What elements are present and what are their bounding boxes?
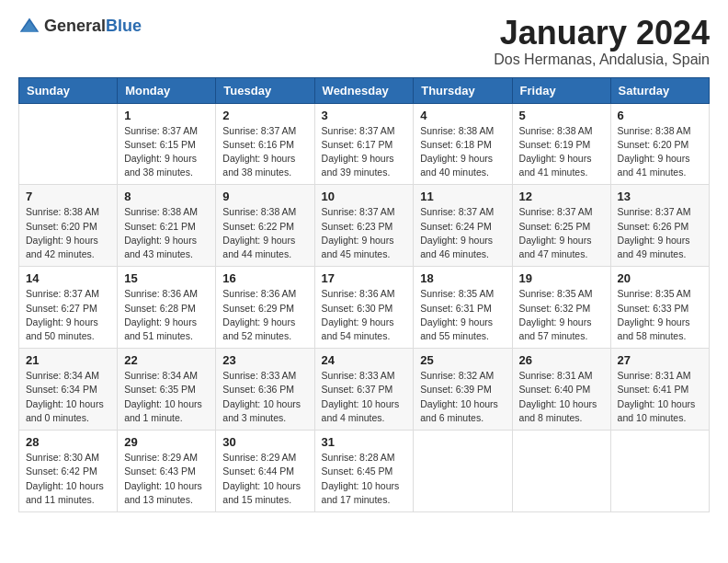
calendar-cell: 28Sunrise: 8:30 AMSunset: 6:42 PMDayligh… bbox=[19, 431, 118, 512]
day-number: 12 bbox=[519, 190, 604, 203]
calendar-cell: 29Sunrise: 8:29 AMSunset: 6:43 PMDayligh… bbox=[118, 431, 216, 512]
day-detail: Sunrise: 8:38 AMSunset: 6:20 PMDaylight:… bbox=[618, 124, 702, 180]
calendar-table: SundayMondayTuesdayWednesdayThursdayFrid… bbox=[18, 77, 710, 512]
calendar-cell: 26Sunrise: 8:31 AMSunset: 6:40 PMDayligh… bbox=[512, 349, 610, 431]
day-detail: Sunrise: 8:37 AMSunset: 6:15 PMDaylight:… bbox=[124, 124, 209, 180]
calendar-cell: 5Sunrise: 8:38 AMSunset: 6:19 PMDaylight… bbox=[512, 103, 610, 185]
weekday-header-saturday: Saturday bbox=[610, 77, 709, 103]
calendar-cell: 3Sunrise: 8:37 AMSunset: 6:17 PMDaylight… bbox=[314, 103, 414, 185]
calendar-cell: 16Sunrise: 8:36 AMSunset: 6:29 PMDayligh… bbox=[216, 267, 314, 349]
calendar-cell: 19Sunrise: 8:35 AMSunset: 6:32 PMDayligh… bbox=[512, 267, 610, 349]
day-number: 30 bbox=[222, 435, 307, 449]
day-detail: Sunrise: 8:36 AMSunset: 6:30 PMDaylight:… bbox=[322, 287, 407, 343]
day-detail: Sunrise: 8:32 AMSunset: 6:39 PMDaylight:… bbox=[420, 369, 505, 425]
day-detail: Sunrise: 8:37 AMSunset: 6:16 PMDaylight:… bbox=[222, 124, 307, 180]
calendar-cell: 30Sunrise: 8:29 AMSunset: 6:44 PMDayligh… bbox=[216, 431, 314, 512]
calendar-cell: 4Sunrise: 8:38 AMSunset: 6:18 PMDaylight… bbox=[414, 103, 512, 185]
day-number: 11 bbox=[420, 190, 505, 203]
calendar-cell: 15Sunrise: 8:36 AMSunset: 6:28 PMDayligh… bbox=[118, 267, 216, 349]
day-number: 7 bbox=[26, 190, 110, 203]
day-detail: Sunrise: 8:30 AMSunset: 6:42 PMDaylight:… bbox=[26, 451, 110, 507]
calendar-cell: 2Sunrise: 8:37 AMSunset: 6:16 PMDaylight… bbox=[216, 103, 314, 185]
week-row-2: 7Sunrise: 8:38 AMSunset: 6:20 PMDaylight… bbox=[19, 185, 710, 267]
calendar-cell: 9Sunrise: 8:38 AMSunset: 6:22 PMDaylight… bbox=[216, 185, 314, 267]
calendar-cell: 17Sunrise: 8:36 AMSunset: 6:30 PMDayligh… bbox=[314, 267, 414, 349]
calendar-cell: 12Sunrise: 8:37 AMSunset: 6:25 PMDayligh… bbox=[512, 185, 610, 267]
calendar-cell: 24Sunrise: 8:33 AMSunset: 6:37 PMDayligh… bbox=[314, 349, 414, 431]
day-detail: Sunrise: 8:35 AMSunset: 6:31 PMDaylight:… bbox=[420, 287, 505, 343]
day-detail: Sunrise: 8:38 AMSunset: 6:20 PMDaylight:… bbox=[26, 205, 110, 261]
day-detail: Sunrise: 8:33 AMSunset: 6:37 PMDaylight:… bbox=[322, 369, 407, 425]
day-detail: Sunrise: 8:37 AMSunset: 6:23 PMDaylight:… bbox=[322, 205, 407, 261]
day-number: 4 bbox=[420, 109, 505, 122]
day-number: 25 bbox=[420, 353, 505, 367]
day-number: 27 bbox=[618, 353, 702, 367]
day-number: 23 bbox=[222, 353, 307, 367]
day-detail: Sunrise: 8:37 AMSunset: 6:17 PMDaylight:… bbox=[322, 124, 407, 180]
day-number: 26 bbox=[519, 353, 604, 367]
calendar-cell: 7Sunrise: 8:38 AMSunset: 6:20 PMDaylight… bbox=[19, 185, 118, 267]
calendar-cell: 25Sunrise: 8:32 AMSunset: 6:39 PMDayligh… bbox=[414, 349, 512, 431]
calendar-cell: 31Sunrise: 8:28 AMSunset: 6:45 PMDayligh… bbox=[314, 431, 414, 512]
day-detail: Sunrise: 8:34 AMSunset: 6:35 PMDaylight:… bbox=[124, 369, 209, 425]
day-number: 15 bbox=[124, 271, 209, 285]
calendar-cell: 27Sunrise: 8:31 AMSunset: 6:41 PMDayligh… bbox=[610, 349, 709, 431]
week-row-1: 1Sunrise: 8:37 AMSunset: 6:15 PMDaylight… bbox=[19, 103, 710, 185]
weekday-header-tuesday: Tuesday bbox=[216, 77, 314, 103]
day-number: 16 bbox=[222, 271, 307, 285]
calendar-cell: 20Sunrise: 8:35 AMSunset: 6:33 PMDayligh… bbox=[610, 267, 709, 349]
day-number: 13 bbox=[618, 190, 702, 203]
calendar-cell: 8Sunrise: 8:38 AMSunset: 6:21 PMDaylight… bbox=[118, 185, 216, 267]
day-number: 19 bbox=[519, 271, 604, 285]
calendar-cell: 22Sunrise: 8:34 AMSunset: 6:35 PMDayligh… bbox=[118, 349, 216, 431]
day-detail: Sunrise: 8:29 AMSunset: 6:44 PMDaylight:… bbox=[222, 451, 307, 507]
logo-text-blue: Blue bbox=[106, 17, 142, 35]
day-number: 9 bbox=[222, 190, 307, 203]
day-number: 29 bbox=[124, 435, 209, 449]
day-number: 5 bbox=[519, 109, 604, 122]
page-header: GeneralBlue January 2024 Dos Hermanas, A… bbox=[18, 15, 710, 68]
day-number: 8 bbox=[124, 190, 209, 203]
calendar-cell: 23Sunrise: 8:33 AMSunset: 6:36 PMDayligh… bbox=[216, 349, 314, 431]
calendar-cell: 6Sunrise: 8:38 AMSunset: 6:20 PMDaylight… bbox=[610, 103, 709, 185]
week-row-4: 21Sunrise: 8:34 AMSunset: 6:34 PMDayligh… bbox=[19, 349, 710, 431]
day-detail: Sunrise: 8:38 AMSunset: 6:19 PMDaylight:… bbox=[519, 124, 604, 180]
day-number: 21 bbox=[26, 353, 110, 367]
day-detail: Sunrise: 8:38 AMSunset: 6:18 PMDaylight:… bbox=[420, 124, 505, 180]
day-detail: Sunrise: 8:37 AMSunset: 6:25 PMDaylight:… bbox=[519, 205, 604, 261]
weekday-header-sunday: Sunday bbox=[19, 77, 118, 103]
calendar-cell bbox=[414, 431, 512, 512]
weekday-header-row: SundayMondayTuesdayWednesdayThursdayFrid… bbox=[19, 77, 710, 103]
weekday-header-wednesday: Wednesday bbox=[314, 77, 414, 103]
calendar-cell: 11Sunrise: 8:37 AMSunset: 6:24 PMDayligh… bbox=[414, 185, 512, 267]
day-detail: Sunrise: 8:37 AMSunset: 6:24 PMDaylight:… bbox=[420, 205, 505, 261]
day-number: 6 bbox=[618, 109, 702, 122]
calendar-cell: 10Sunrise: 8:37 AMSunset: 6:23 PMDayligh… bbox=[314, 185, 414, 267]
day-number: 2 bbox=[222, 109, 307, 122]
logo-icon bbox=[18, 15, 40, 37]
logo: GeneralBlue bbox=[18, 15, 142, 37]
month-title: January 2024 bbox=[494, 15, 710, 52]
logo-text-general: General bbox=[44, 17, 106, 35]
day-number: 10 bbox=[322, 190, 407, 203]
calendar-cell: 21Sunrise: 8:34 AMSunset: 6:34 PMDayligh… bbox=[19, 349, 118, 431]
title-area: January 2024 Dos Hermanas, Andalusia, Sp… bbox=[494, 15, 710, 68]
location-title: Dos Hermanas, Andalusia, Spain bbox=[494, 52, 710, 68]
day-detail: Sunrise: 8:28 AMSunset: 6:45 PMDaylight:… bbox=[322, 451, 407, 507]
day-number: 17 bbox=[322, 271, 407, 285]
day-number: 18 bbox=[420, 271, 505, 285]
day-number: 22 bbox=[124, 353, 209, 367]
day-number: 14 bbox=[26, 271, 110, 285]
day-detail: Sunrise: 8:35 AMSunset: 6:33 PMDaylight:… bbox=[618, 287, 702, 343]
calendar-cell: 13Sunrise: 8:37 AMSunset: 6:26 PMDayligh… bbox=[610, 185, 709, 267]
day-detail: Sunrise: 8:37 AMSunset: 6:27 PMDaylight:… bbox=[26, 287, 110, 343]
day-detail: Sunrise: 8:35 AMSunset: 6:32 PMDaylight:… bbox=[519, 287, 604, 343]
day-detail: Sunrise: 8:31 AMSunset: 6:40 PMDaylight:… bbox=[519, 369, 604, 425]
day-detail: Sunrise: 8:36 AMSunset: 6:28 PMDaylight:… bbox=[124, 287, 209, 343]
day-number: 28 bbox=[26, 435, 110, 449]
day-number: 3 bbox=[322, 109, 407, 122]
week-row-5: 28Sunrise: 8:30 AMSunset: 6:42 PMDayligh… bbox=[19, 431, 710, 512]
day-detail: Sunrise: 8:38 AMSunset: 6:21 PMDaylight:… bbox=[124, 205, 209, 261]
calendar-cell bbox=[512, 431, 610, 512]
weekday-header-thursday: Thursday bbox=[414, 77, 512, 103]
